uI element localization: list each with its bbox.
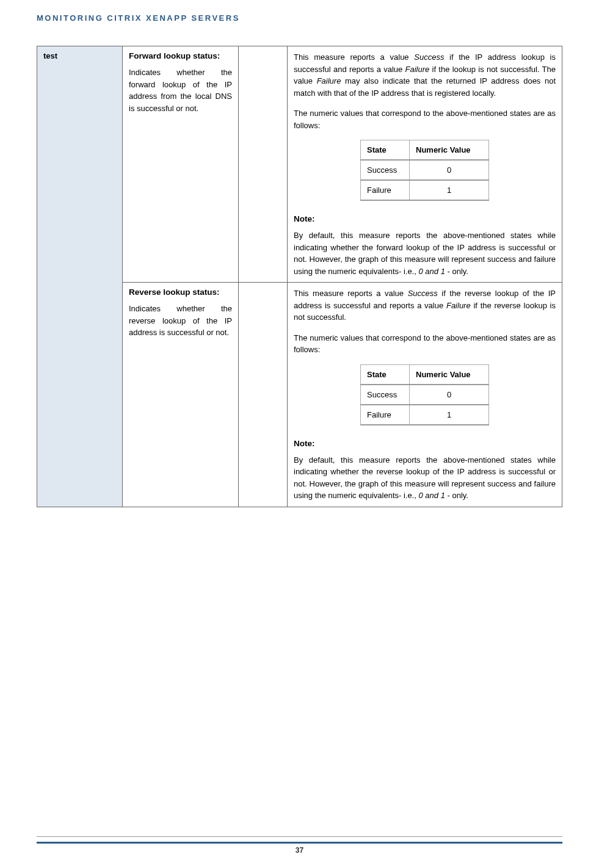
- inner-cell-state: Failure: [361, 405, 410, 425]
- inner-cell-state: Success: [361, 160, 410, 180]
- note-text: By default, this measure reports the abo…: [294, 454, 556, 502]
- text-italic: Failure: [446, 301, 471, 310]
- inner-header-value: Numeric Value: [410, 364, 489, 385]
- measure-cell: Forward lookup status: Indicates whether…: [123, 46, 239, 283]
- text-span: This measure reports a value: [294, 289, 408, 298]
- row-category-cell: test: [37, 46, 123, 507]
- text-italic: Failure: [317, 76, 341, 85]
- inner-header-state: State: [361, 140, 410, 161]
- inner-header-state: State: [361, 364, 410, 385]
- measure-title: Forward lookup status:: [129, 51, 232, 60]
- measure-description: Indicates whether the reverse lookup of …: [129, 303, 232, 339]
- note-label: Note:: [294, 439, 556, 448]
- empty-cell: [239, 283, 288, 507]
- note-text: By default, this measure reports the abo…: [294, 230, 556, 277]
- inner-cell-value: 0: [410, 385, 489, 405]
- inner-cell-state: Success: [361, 385, 410, 405]
- measure-cell: Reverse lookup status: Indicates whether…: [123, 283, 239, 507]
- page-header-title: MONITORING CITRIX XENAPP SERVERS: [37, 13, 562, 23]
- table-row: test Forward lookup status: Indicates wh…: [37, 46, 562, 283]
- page-footer: 37: [37, 831, 562, 855]
- page-number: 37: [37, 846, 562, 855]
- footer-divider-thin: [37, 836, 562, 837]
- text-italic: 0 and 1: [419, 267, 445, 276]
- text-italic: 0 and 1: [419, 491, 445, 500]
- inner-cell-value: 0: [410, 160, 489, 180]
- footer-divider: [37, 842, 562, 844]
- detail-cell: This measure reports a value Success if …: [288, 283, 562, 507]
- text-span: This measure reports a value: [294, 52, 414, 62]
- detail-paragraph: This measure reports a value Success if …: [294, 288, 556, 324]
- measure-title: Reverse lookup status:: [129, 288, 232, 297]
- text-italic: Success: [414, 52, 444, 62]
- state-value-table: State Numeric Value Success 0 Failure 1: [360, 364, 489, 425]
- measures-table: test Forward lookup status: Indicates wh…: [37, 46, 562, 507]
- detail-paragraph: The numeric values that correspond to th…: [294, 107, 556, 131]
- text-span: - only.: [445, 491, 468, 500]
- measure-description: Indicates whether the forward lookup of …: [129, 67, 232, 114]
- inner-cell-value: 1: [410, 180, 489, 200]
- empty-cell: [239, 46, 288, 283]
- detail-paragraph: This measure reports a value Success if …: [294, 51, 556, 99]
- text-italic: Failure: [405, 65, 430, 74]
- note-label: Note:: [294, 214, 556, 223]
- inner-cell-value: 1: [410, 405, 489, 425]
- inner-cell-state: Failure: [361, 180, 410, 200]
- detail-paragraph: The numeric values that correspond to th…: [294, 332, 556, 356]
- row-category-label: test: [43, 51, 57, 60]
- state-value-table: State Numeric Value Success 0 Failure 1: [360, 140, 489, 201]
- text-span: - only.: [445, 267, 468, 276]
- detail-cell: This measure reports a value Success if …: [288, 46, 562, 283]
- text-italic: Success: [408, 289, 438, 298]
- inner-header-value: Numeric Value: [410, 140, 489, 161]
